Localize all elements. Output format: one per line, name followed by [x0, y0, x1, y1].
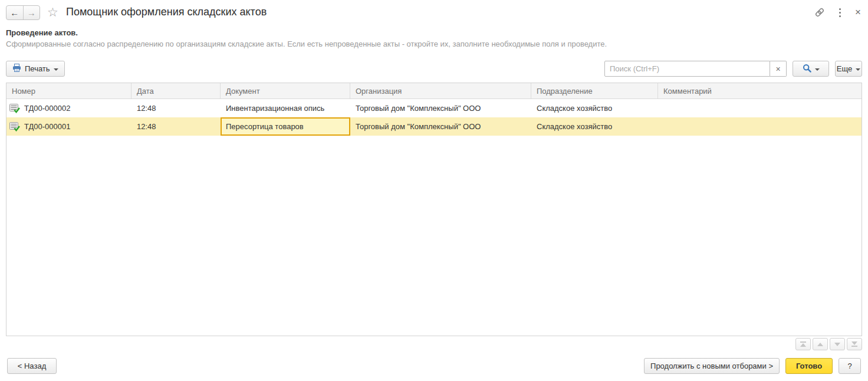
- table-row[interactable]: ТД00-000002 12:48 Инвентаризационная опи…: [6, 99, 862, 117]
- forward-arrow-icon[interactable]: →: [24, 6, 40, 19]
- column-header-date[interactable]: Дата: [131, 83, 221, 98]
- posted-document-icon: [9, 122, 20, 132]
- column-header-organization[interactable]: Организация: [350, 83, 531, 98]
- dropdown-arrow-icon: [856, 68, 860, 71]
- close-icon[interactable]: ×: [855, 8, 861, 17]
- magnifier-icon: [803, 64, 811, 74]
- wizard-footer: < Назад Продолжить с новыми отборами > Г…: [0, 358, 868, 375]
- table-row-selected[interactable]: ТД00-000001 12:48 Пересортица товаров То…: [6, 117, 862, 136]
- search-input[interactable]: [604, 61, 770, 77]
- help-button[interactable]: ?: [839, 358, 861, 374]
- cell-comment[interactable]: [658, 117, 862, 136]
- move-up-button[interactable]: [813, 338, 828, 350]
- acts-table: Номер Дата Документ Организация Подразде…: [6, 83, 862, 336]
- cell-number-text: ТД00-000001: [24, 122, 70, 131]
- back-arrow-icon[interactable]: ←: [6, 6, 24, 19]
- cell-document-active[interactable]: Пересортица товаров: [221, 117, 350, 136]
- cell-date[interactable]: 12:48: [131, 99, 221, 117]
- continue-with-new-filters-button[interactable]: Продолжить с новыми отборами >: [644, 358, 780, 374]
- title-bar: ← → ☆ Помощник оформления складских акто…: [0, 0, 868, 24]
- page-title: Помощник оформления складских актов: [66, 6, 267, 18]
- posted-document-icon: [9, 104, 20, 113]
- column-header-comment[interactable]: Комментарий: [658, 83, 862, 98]
- step-description: Сформированные согласно распределению по…: [6, 40, 607, 48]
- cell-organization[interactable]: Торговый дом "Комплексный" ООО: [350, 117, 531, 136]
- column-header-department[interactable]: Подразделение: [531, 83, 658, 98]
- more-menu-icon[interactable]: [838, 8, 842, 17]
- cell-number-text: ТД00-000002: [24, 104, 70, 113]
- search-area: ×: [604, 61, 787, 77]
- list-toolbar: Печать × Еще: [0, 61, 868, 77]
- cell-organization[interactable]: Торговый дом "Комплексный" ООО: [350, 99, 531, 117]
- cell-date[interactable]: 12:48: [131, 117, 221, 136]
- move-down-button[interactable]: [830, 338, 845, 350]
- more-actions-button[interactable]: Еще: [835, 61, 862, 77]
- cell-number[interactable]: ТД00-000002: [6, 99, 131, 117]
- table-header-row: Номер Дата Документ Организация Подразде…: [6, 83, 862, 99]
- print-button[interactable]: Печать: [6, 61, 65, 77]
- dropdown-arrow-icon: [815, 68, 820, 71]
- print-button-label: Печать: [25, 64, 50, 73]
- cell-number[interactable]: ТД00-000001: [6, 117, 131, 136]
- more-button-label: Еще: [837, 64, 852, 73]
- cell-comment[interactable]: [658, 99, 862, 117]
- back-button[interactable]: < Назад: [7, 358, 57, 374]
- cell-document[interactable]: Инвентаризационная опись: [221, 99, 350, 117]
- printer-icon: [12, 64, 21, 74]
- get-link-icon[interactable]: [814, 7, 825, 18]
- step-subtitle: Проведение актов.: [6, 28, 78, 37]
- list-nav-buttons: [795, 338, 862, 350]
- clear-search-button[interactable]: ×: [770, 61, 787, 77]
- move-to-bottom-button[interactable]: [847, 338, 862, 350]
- dropdown-arrow-icon: [54, 68, 58, 71]
- cell-department[interactable]: Складское хозяйство: [531, 99, 658, 117]
- move-to-top-button[interactable]: [795, 338, 811, 350]
- cell-department[interactable]: Складское хозяйство: [531, 117, 658, 136]
- favorite-star-icon[interactable]: ☆: [47, 5, 58, 19]
- done-button[interactable]: Готово: [785, 358, 833, 374]
- column-header-number[interactable]: Номер: [6, 83, 131, 98]
- search-button[interactable]: [793, 61, 829, 77]
- column-header-document[interactable]: Документ: [221, 83, 350, 98]
- history-nav-group: ← →: [6, 5, 40, 20]
